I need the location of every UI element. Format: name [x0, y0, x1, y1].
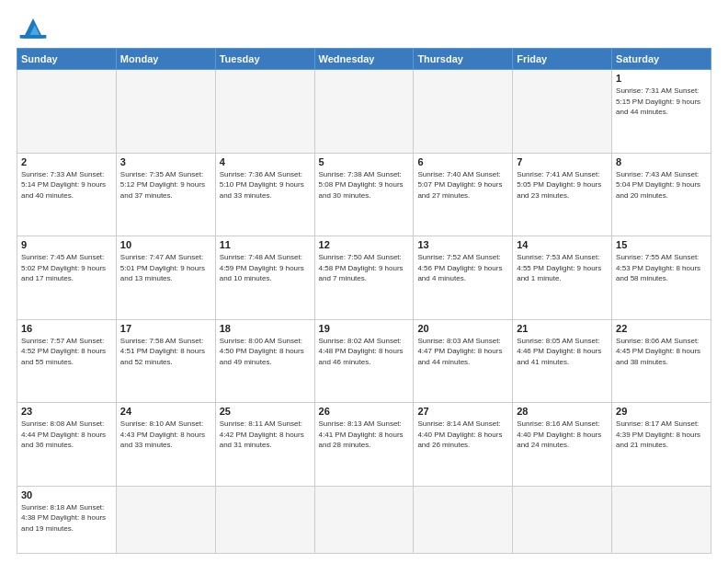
header: [17, 15, 711, 40]
day-number: 20: [417, 323, 508, 334]
day-info: Sunrise: 7:47 AM Sunset: 5:01 PM Dayligh…: [120, 252, 211, 284]
day-number: 25: [220, 406, 311, 417]
day-info: Sunrise: 8:00 AM Sunset: 4:50 PM Dayligh…: [220, 336, 311, 368]
calendar-cell: 10Sunrise: 7:47 AM Sunset: 5:01 PM Dayli…: [116, 236, 215, 320]
calendar-cell: 24Sunrise: 8:10 AM Sunset: 4:43 PM Dayli…: [116, 403, 215, 487]
calendar-cell: 30Sunrise: 8:18 AM Sunset: 4:38 PM Dayli…: [17, 486, 117, 553]
svg-rect-2: [20, 35, 47, 39]
day-number: 4: [220, 156, 311, 167]
day-number: 11: [220, 239, 311, 250]
col-header-friday: Friday: [513, 49, 612, 70]
day-number: 3: [120, 156, 211, 167]
calendar-cell: 3Sunrise: 7:35 AM Sunset: 5:12 PM Daylig…: [116, 153, 215, 236]
day-info: Sunrise: 8:14 AM Sunset: 4:40 PM Dayligh…: [417, 419, 508, 451]
calendar-cell: 21Sunrise: 8:05 AM Sunset: 4:46 PM Dayli…: [513, 319, 612, 403]
day-number: 12: [319, 239, 410, 250]
day-number: 26: [319, 406, 410, 417]
calendar-header-row: SundayMondayTuesdayWednesdayThursdayFrid…: [17, 49, 711, 70]
day-number: 14: [517, 239, 608, 250]
col-header-sunday: Sunday: [17, 49, 117, 70]
calendar-cell: 11Sunrise: 7:48 AM Sunset: 4:59 PM Dayli…: [215, 236, 314, 320]
day-number: 15: [616, 239, 707, 250]
day-info: Sunrise: 8:13 AM Sunset: 4:41 PM Dayligh…: [319, 419, 410, 451]
day-number: 16: [21, 323, 112, 334]
calendar-cell: 20Sunrise: 8:03 AM Sunset: 4:47 PM Dayli…: [414, 319, 513, 403]
day-info: Sunrise: 8:11 AM Sunset: 4:42 PM Dayligh…: [220, 419, 311, 451]
generalblue-logo-icon: [17, 15, 50, 40]
day-info: Sunrise: 7:58 AM Sunset: 4:51 PM Dayligh…: [120, 336, 211, 368]
day-number: 5: [319, 156, 410, 167]
day-number: 18: [220, 323, 311, 334]
calendar-cell: [314, 70, 414, 154]
day-number: 23: [21, 406, 112, 417]
day-number: 27: [417, 406, 508, 417]
calendar-cell: [513, 70, 612, 154]
page: SundayMondayTuesdayWednesdayThursdayFrid…: [0, 0, 728, 563]
day-info: Sunrise: 8:06 AM Sunset: 4:45 PM Dayligh…: [616, 336, 707, 368]
day-info: Sunrise: 7:31 AM Sunset: 5:15 PM Dayligh…: [616, 86, 707, 118]
day-number: 2: [21, 156, 112, 167]
calendar-cell: 23Sunrise: 8:08 AM Sunset: 4:44 PM Dayli…: [17, 403, 117, 487]
calendar-cell: 13Sunrise: 7:52 AM Sunset: 4:56 PM Dayli…: [414, 236, 513, 320]
calendar-cell: 28Sunrise: 8:16 AM Sunset: 4:40 PM Dayli…: [513, 403, 612, 487]
calendar-table: SundayMondayTuesdayWednesdayThursdayFrid…: [17, 48, 711, 554]
day-info: Sunrise: 7:45 AM Sunset: 5:02 PM Dayligh…: [21, 252, 112, 284]
calendar-cell: 9Sunrise: 7:45 AM Sunset: 5:02 PM Daylig…: [17, 236, 117, 320]
calendar-cell: 4Sunrise: 7:36 AM Sunset: 5:10 PM Daylig…: [215, 153, 314, 236]
calendar-cell: [215, 70, 314, 154]
day-info: Sunrise: 8:08 AM Sunset: 4:44 PM Dayligh…: [21, 419, 112, 451]
calendar-cell: 25Sunrise: 8:11 AM Sunset: 4:42 PM Dayli…: [215, 403, 314, 487]
day-info: Sunrise: 7:33 AM Sunset: 5:14 PM Dayligh…: [21, 169, 112, 201]
calendar-cell: [612, 486, 711, 553]
calendar-week-4: 16Sunrise: 7:57 AM Sunset: 4:52 PM Dayli…: [17, 319, 711, 403]
day-number: 19: [319, 323, 410, 334]
day-info: Sunrise: 8:17 AM Sunset: 4:39 PM Dayligh…: [616, 419, 707, 451]
day-number: 24: [120, 406, 211, 417]
calendar-week-3: 9Sunrise: 7:45 AM Sunset: 5:02 PM Daylig…: [17, 236, 711, 320]
calendar-week-2: 2Sunrise: 7:33 AM Sunset: 5:14 PM Daylig…: [17, 153, 711, 236]
calendar-cell: 15Sunrise: 7:55 AM Sunset: 4:53 PM Dayli…: [612, 236, 711, 320]
col-header-thursday: Thursday: [414, 49, 513, 70]
day-number: 9: [21, 239, 112, 250]
calendar-cell: 27Sunrise: 8:14 AM Sunset: 4:40 PM Dayli…: [414, 403, 513, 487]
col-header-saturday: Saturday: [612, 49, 711, 70]
day-number: 28: [517, 406, 608, 417]
calendar-cell: [116, 70, 215, 154]
day-info: Sunrise: 7:52 AM Sunset: 4:56 PM Dayligh…: [417, 252, 508, 284]
day-number: 30: [21, 489, 112, 500]
calendar-cell: 2Sunrise: 7:33 AM Sunset: 5:14 PM Daylig…: [17, 153, 117, 236]
day-info: Sunrise: 7:53 AM Sunset: 4:55 PM Dayligh…: [517, 252, 608, 284]
calendar-cell: 16Sunrise: 7:57 AM Sunset: 4:52 PM Dayli…: [17, 319, 117, 403]
day-info: Sunrise: 7:38 AM Sunset: 5:08 PM Dayligh…: [319, 169, 410, 201]
day-info: Sunrise: 7:57 AM Sunset: 4:52 PM Dayligh…: [21, 336, 112, 368]
calendar-cell: [17, 70, 117, 154]
calendar-cell: 29Sunrise: 8:17 AM Sunset: 4:39 PM Dayli…: [612, 403, 711, 487]
day-info: Sunrise: 7:40 AM Sunset: 5:07 PM Dayligh…: [417, 169, 508, 201]
day-info: Sunrise: 7:48 AM Sunset: 4:59 PM Dayligh…: [220, 252, 311, 284]
day-info: Sunrise: 7:55 AM Sunset: 4:53 PM Dayligh…: [616, 252, 707, 284]
col-header-tuesday: Tuesday: [215, 49, 314, 70]
calendar-week-6: 30Sunrise: 8:18 AM Sunset: 4:38 PM Dayli…: [17, 486, 711, 553]
calendar-cell: [314, 486, 414, 553]
calendar-cell: 14Sunrise: 7:53 AM Sunset: 4:55 PM Dayli…: [513, 236, 612, 320]
calendar-week-5: 23Sunrise: 8:08 AM Sunset: 4:44 PM Dayli…: [17, 403, 711, 487]
day-info: Sunrise: 7:50 AM Sunset: 4:58 PM Dayligh…: [319, 252, 410, 284]
day-number: 21: [517, 323, 608, 334]
calendar-cell: [513, 486, 612, 553]
day-info: Sunrise: 8:18 AM Sunset: 4:38 PM Dayligh…: [21, 502, 112, 534]
day-number: 13: [417, 239, 508, 250]
calendar-cell: 19Sunrise: 8:02 AM Sunset: 4:48 PM Dayli…: [314, 319, 414, 403]
day-number: 22: [616, 323, 707, 334]
calendar-cell: 17Sunrise: 7:58 AM Sunset: 4:51 PM Dayli…: [116, 319, 215, 403]
day-info: Sunrise: 7:36 AM Sunset: 5:10 PM Dayligh…: [220, 169, 311, 201]
col-header-monday: Monday: [116, 49, 215, 70]
day-info: Sunrise: 8:03 AM Sunset: 4:47 PM Dayligh…: [417, 336, 508, 368]
logo: [17, 15, 53, 40]
day-info: Sunrise: 8:02 AM Sunset: 4:48 PM Dayligh…: [319, 336, 410, 368]
calendar-cell: 26Sunrise: 8:13 AM Sunset: 4:41 PM Dayli…: [314, 403, 414, 487]
day-info: Sunrise: 7:41 AM Sunset: 5:05 PM Dayligh…: [517, 169, 608, 201]
calendar-cell: 22Sunrise: 8:06 AM Sunset: 4:45 PM Dayli…: [612, 319, 711, 403]
day-number: 8: [616, 156, 707, 167]
calendar-cell: [414, 70, 513, 154]
calendar-cell: [215, 486, 314, 553]
